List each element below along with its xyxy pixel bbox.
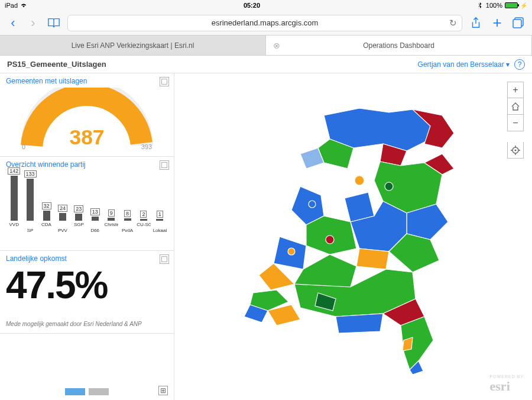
browser-toolbar: ‹ › esrinederland.maps.arcgis.com ↻ + <box>0 11 532 36</box>
bar-column: 142 <box>7 167 21 221</box>
tabs-button[interactable] <box>511 15 526 31</box>
page-indicator[interactable] <box>65 388 109 395</box>
address-bar[interactable]: esrinederland.maps.arcgis.com ↻ <box>67 15 462 31</box>
bar-label: Lokaal <box>153 228 167 233</box>
zoom-in-button[interactable]: + <box>507 82 524 98</box>
tab-label: Live Esri ANP Verkiezingskaart | Esri.nl <box>72 41 194 50</box>
gauge-chart: 387 <box>19 88 155 151</box>
browser-tab-strip: Live Esri ANP Verkiezingskaart | Esri.nl… <box>0 36 532 56</box>
map-zoom-controls: + − <box>507 82 524 159</box>
svg-point-3 <box>326 236 334 244</box>
bar <box>92 217 99 221</box>
bar-value: 9 <box>108 209 115 217</box>
bar-label: D66 <box>88 228 102 233</box>
winners-bar-chart: 142133322423139821 VVDSPCDAPVVSGPD66Chri… <box>6 173 168 244</box>
bar-label: ChristenUnie <box>104 222 118 227</box>
expand-icon[interactable] <box>160 254 169 264</box>
bar <box>75 214 82 221</box>
turnout-value: 47.5% <box>6 266 168 304</box>
bar-value: 13 <box>90 208 100 215</box>
close-tab-icon[interactable]: ⊗ <box>273 41 280 50</box>
wifi-icon <box>20 2 27 8</box>
dashboard-header: PS15_Gemeente_Uitslagen Gertjan van den … <box>0 56 532 73</box>
tab-label: Operations Dashboard <box>363 41 434 50</box>
gauge-panel: Gemeenten met uitslagen 387 0 393 <box>0 73 174 157</box>
browser-tab-active[interactable]: ⊗ Operations Dashboard <box>266 36 532 55</box>
svg-point-4 <box>309 201 316 208</box>
bar-value: 133 <box>24 170 37 178</box>
bar-value: 2 <box>140 211 147 218</box>
bar-value: 23 <box>74 205 83 212</box>
bookmarks-button[interactable] <box>46 15 61 31</box>
forward-button[interactable]: › <box>26 15 40 31</box>
locate-button[interactable] <box>507 142 524 159</box>
bar-column: 23 <box>72 205 86 221</box>
svg-point-2 <box>355 176 364 185</box>
bluetooth-icon <box>476 2 484 8</box>
bar-label: PVV <box>56 228 69 233</box>
help-button[interactable]: ? <box>514 59 525 70</box>
turnout-panel: Landelijke opkomst 47.5% Mede mogelijk g… <box>0 251 174 334</box>
bar-column: 9 <box>104 209 118 221</box>
bar-value: 1 <box>157 211 163 218</box>
bar <box>11 176 18 221</box>
bar-column: 1 <box>153 211 167 221</box>
share-button[interactable] <box>468 15 484 31</box>
gauge-min: 0 <box>22 143 25 150</box>
bar-column: 24 <box>56 205 69 221</box>
new-tab-button[interactable]: + <box>489 15 505 31</box>
home-extent-button[interactable] <box>507 98 524 115</box>
bar-column: 32 <box>40 202 53 221</box>
bar-value: 24 <box>58 205 67 212</box>
user-menu[interactable]: Gertjan van den Bersselaar ▾ <box>418 60 510 69</box>
bar-column: 133 <box>23 170 37 221</box>
browser-tab-inactive[interactable]: Live Esri ANP Verkiezingskaart | Esri.nl <box>0 36 266 55</box>
expand-icon[interactable] <box>160 160 169 170</box>
bar <box>156 219 163 221</box>
bar <box>108 218 115 221</box>
side-panel-footer: ⊞ <box>0 334 174 400</box>
turnout-credit: Mede mogelijk gemaakt door Esri Nederlan… <box>6 321 168 327</box>
gauge-max: 393 <box>141 143 152 150</box>
battery-icon <box>505 2 518 8</box>
bar-value: 8 <box>124 210 131 217</box>
bar <box>43 211 50 221</box>
clock: 05:20 <box>27 2 476 9</box>
bar-column: 2 <box>137 211 150 221</box>
bar-label: CU-SGP <box>137 222 150 227</box>
url-text: esrinederland.maps.arcgis.com <box>212 18 319 27</box>
bar-column: 8 <box>121 210 134 221</box>
svg-point-6 <box>288 248 295 255</box>
add-panel-button[interactable]: ⊞ <box>158 386 168 395</box>
bar-label: CDA <box>40 222 53 227</box>
choropleth-map-netherlands[interactable] <box>235 98 472 376</box>
map-area[interactable]: + − POWERED BY esri <box>174 73 532 400</box>
gauge-value: 387 <box>70 125 105 149</box>
bar-label: SP <box>23 228 37 233</box>
charging-icon: ⚡ <box>520 2 527 9</box>
ipad-status-bar: iPad 05:20 100% ⚡ <box>0 0 532 11</box>
bar-value: 32 <box>42 202 51 209</box>
page-dot-active[interactable] <box>65 388 85 395</box>
reload-icon[interactable]: ↻ <box>449 18 457 28</box>
bar <box>27 179 34 221</box>
battery-percent: 100% <box>486 2 502 9</box>
page-dot[interactable] <box>89 388 109 395</box>
dashboard-body: Gemeenten met uitslagen 387 0 393 Overzi… <box>0 73 532 400</box>
svg-rect-1 <box>513 20 521 28</box>
turnout-panel-title: Landelijke opkomst <box>6 254 168 263</box>
zoom-out-button[interactable]: − <box>507 115 524 131</box>
winners-panel: Overzicht winnende partij 14213332242313… <box>0 157 174 251</box>
side-panels: Gemeenten met uitslagen 387 0 393 Overzi… <box>0 73 174 400</box>
gauge-panel-title: Gemeenten met uitslagen <box>6 77 168 85</box>
device-label: iPad <box>5 2 18 9</box>
bar-value: 142 <box>8 167 20 175</box>
dashboard-title: PS15_Gemeente_Uitslagen <box>7 60 106 69</box>
expand-icon[interactable] <box>160 77 169 86</box>
bar <box>59 213 66 221</box>
svg-point-5 <box>385 182 393 191</box>
bar-column: 13 <box>88 208 102 221</box>
winners-panel-title: Overzicht winnende partij <box>6 160 168 169</box>
back-button[interactable]: ‹ <box>6 15 20 31</box>
svg-point-8 <box>515 149 517 151</box>
